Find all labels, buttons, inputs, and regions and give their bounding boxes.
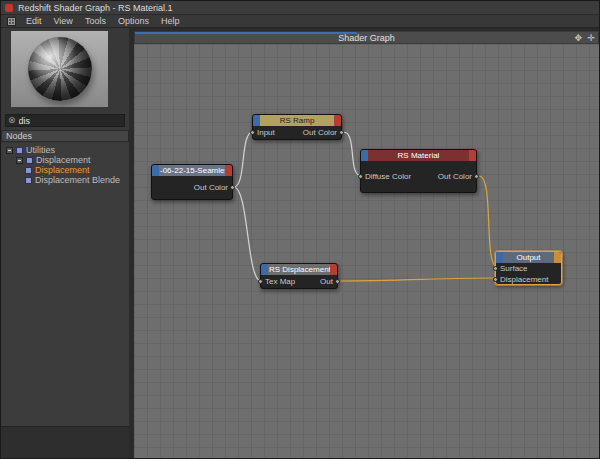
collapse-icon[interactable] <box>16 157 23 164</box>
node-type-icon <box>25 177 32 184</box>
input-port-dot[interactable] <box>493 277 498 282</box>
node-title: Output <box>503 252 554 263</box>
active-panel-accent <box>135 32 357 34</box>
header-red-cap <box>225 165 232 176</box>
port-label-out-color: Out Color <box>194 183 228 192</box>
search-input[interactable] <box>19 115 122 126</box>
wire-seamless-to-ramp[interactable] <box>234 132 253 187</box>
wire-seamless-to-displacement[interactable] <box>234 187 261 281</box>
header-red-cap <box>334 115 341 126</box>
output-port-dot[interactable] <box>339 130 344 135</box>
node-tree: Utilities Displacement Displacement Disp… <box>1 143 129 426</box>
header-blue-cap <box>496 252 503 263</box>
node-header[interactable]: RS Displacement <box>261 264 337 275</box>
redshift-shader-graph-window: Redshift Shader Graph - RS Material.1 Ed… <box>0 0 600 459</box>
menubar: Edit View Tools Options Help <box>1 15 599 28</box>
node-header[interactable]: -06-22-15-Seamless <box>152 165 232 176</box>
node-rs-material[interactable]: RS Material Diffuse Color Out Color <box>360 149 477 193</box>
node-rs-displacement[interactable]: RS Displacement Tex Map Out <box>260 263 338 289</box>
pan-view-icon[interactable]: ✥ <box>574 33 582 43</box>
sidebar-bottom-panel <box>1 426 129 459</box>
node-type-icon <box>26 157 33 164</box>
node-body: Diffuse Color Out Color <box>361 161 476 192</box>
port-label-out: Out <box>320 277 333 286</box>
menu-edit[interactable]: Edit <box>20 16 48 26</box>
node-rs-ramp[interactable]: RS Ramp Input Out Color <box>252 114 342 140</box>
node-header[interactable]: RS Material <box>361 150 476 161</box>
node-title: RS Ramp <box>260 115 334 126</box>
port-label-diffuse-color: Diffuse Color <box>365 172 411 181</box>
window-title: Redshift Shader Graph - RS Material.1 <box>18 3 173 13</box>
sidebar: ⊗ Nodes Utilities Displacement <box>1 28 134 459</box>
output-port-dot[interactable] <box>230 185 235 190</box>
menu-view[interactable]: View <box>48 16 79 26</box>
wire-displacement-to-output[interactable] <box>339 278 497 281</box>
node-body: Surface Displacement <box>496 263 561 285</box>
tree-item-utilities[interactable]: Utilities <box>1 145 129 155</box>
tree-item-displacement-blender[interactable]: Displacement Blende <box>1 175 129 185</box>
header-red-cap <box>330 264 337 275</box>
header-blue-cap <box>261 264 268 275</box>
output-port-dot[interactable] <box>335 279 340 284</box>
node-title: -06-22-15-Seamless <box>159 165 225 176</box>
output-port-dot[interactable] <box>474 174 479 179</box>
titlebar[interactable]: Redshift Shader Graph - RS Material.1 <box>1 1 599 15</box>
port-label-out-color: Out Color <box>303 128 337 137</box>
tree-label: Utilities <box>26 145 55 155</box>
node-header[interactable]: RS Ramp <box>253 115 341 126</box>
node-title: RS Material <box>368 150 469 161</box>
nodes-panel-header[interactable]: Nodes <box>1 130 129 142</box>
dock-panel-icon[interactable]: ✛ <box>587 33 595 43</box>
menu-grid-icon[interactable] <box>7 17 16 26</box>
tree-label: Displacement <box>35 165 90 175</box>
node-body: Tex Map Out <box>261 275 337 288</box>
header-orange-cap <box>554 252 561 263</box>
shader-graph-title: Shader Graph <box>338 33 395 43</box>
port-label-surface: Surface <box>500 264 528 273</box>
preview-sphere <box>28 37 92 101</box>
header-icons: ✥ ✛ <box>571 32 595 44</box>
menu-options[interactable]: Options <box>112 16 155 26</box>
main-area: ⊗ Nodes Utilities Displacement <box>1 28 599 459</box>
redshift-logo-icon <box>5 4 13 12</box>
input-port-dot[interactable] <box>250 130 255 135</box>
nodes-panel-label: Nodes <box>6 131 32 141</box>
port-label-tex-map: Tex Map <box>265 277 295 286</box>
shader-graph-header[interactable]: Shader Graph ✥ ✛ <box>134 31 599 44</box>
node-body: Out Color <box>152 176 232 199</box>
node-search-box: ⊗ <box>5 114 125 127</box>
node-title: RS Displacement <box>268 264 330 275</box>
input-port-dot[interactable] <box>493 266 498 271</box>
port-label-displacement: Displacement <box>500 275 548 284</box>
port-label-out-color: Out Color <box>438 172 472 181</box>
shader-graph-panel: Shader Graph ✥ ✛ - <box>134 28 599 459</box>
menu-tools[interactable]: Tools <box>79 16 112 26</box>
folder-icon <box>16 147 23 154</box>
header-blue-cap <box>152 165 159 176</box>
header-blue-cap <box>253 115 260 126</box>
tree-item-displacement[interactable]: Displacement <box>1 165 129 175</box>
node-graph-canvas[interactable]: -06-22-15-Seamless Out Color RS Ram <box>134 44 599 459</box>
header-blue-cap <box>361 150 368 161</box>
node-output[interactable]: Output Surface Displacement <box>495 251 562 285</box>
input-port-dot[interactable] <box>358 174 363 179</box>
collapse-icon[interactable] <box>6 147 13 154</box>
tree-label: Displacement Blende <box>35 175 120 185</box>
node-type-icon <box>25 167 32 174</box>
tree-item-displacement-group[interactable]: Displacement <box>1 155 129 165</box>
port-label-input: Input <box>257 128 275 137</box>
node-header[interactable]: Output <box>496 252 561 263</box>
node-body: Input Out Color <box>253 126 341 139</box>
clear-search-icon[interactable]: ⊗ <box>8 115 16 126</box>
tree-label: Displacement <box>36 155 91 165</box>
header-red-cap <box>469 150 476 161</box>
wire-ramp-to-material[interactable] <box>343 132 361 176</box>
node-seamless-texture[interactable]: -06-22-15-Seamless Out Color <box>151 164 233 200</box>
menu-help[interactable]: Help <box>155 16 186 26</box>
input-port-dot[interactable] <box>258 279 263 284</box>
material-preview[interactable] <box>11 31 108 107</box>
